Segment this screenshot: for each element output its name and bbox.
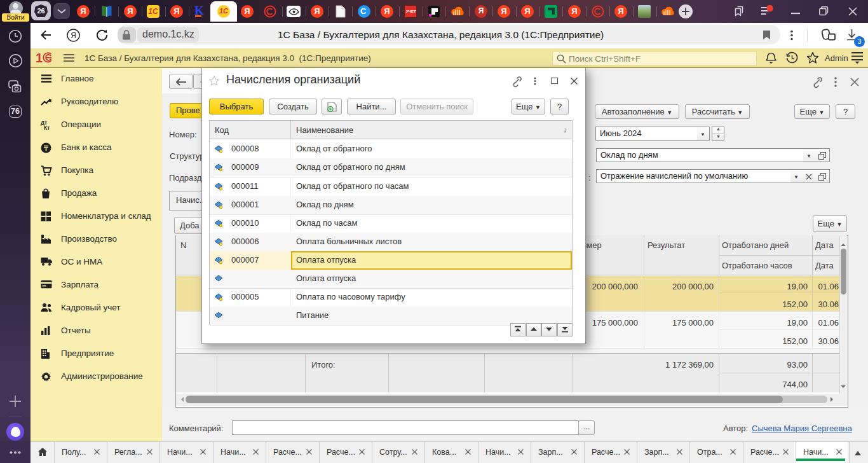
svg-text:Кт: Кт [44,125,50,131]
svg-text:Я: Я [71,31,76,40]
svg-text:1: 1 [36,51,43,65]
